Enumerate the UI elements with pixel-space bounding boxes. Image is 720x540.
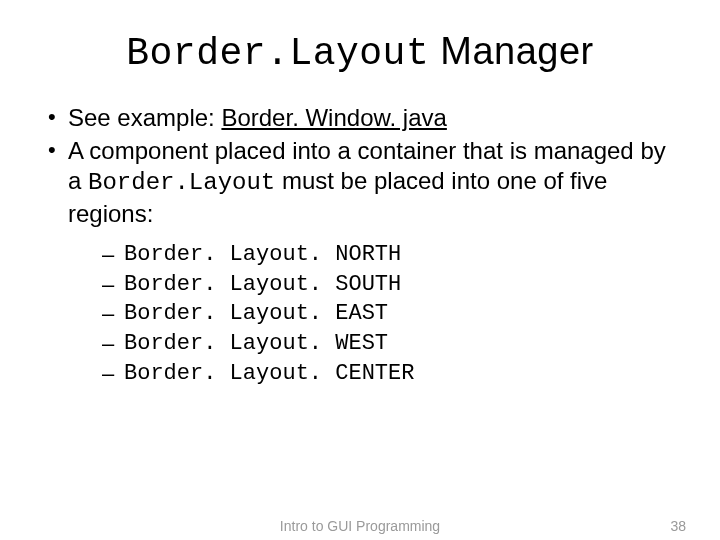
page-number: 38 — [670, 518, 686, 534]
region-list: Border. Layout. NORTH Border. Layout. SO… — [68, 240, 682, 388]
region-item: Border. Layout. EAST — [102, 299, 682, 329]
bullet-1-prefix: See example: — [68, 104, 221, 131]
slide: Border.Layout Manager See example: Borde… — [0, 0, 720, 540]
region-item: Border. Layout. NORTH — [102, 240, 682, 270]
title-rest: Manager — [429, 30, 594, 72]
region-item: Border. Layout. CENTER — [102, 359, 682, 389]
example-link[interactable]: Border. Window. java — [221, 104, 446, 131]
bullet-1: See example: Border. Window. java — [46, 103, 682, 134]
bullet-2: A component placed into a container that… — [46, 136, 682, 389]
footer-center: Intro to GUI Programming — [280, 518, 440, 534]
bullet-2-code: Border.Layout — [88, 169, 275, 196]
region-item: Border. Layout. WEST — [102, 329, 682, 359]
bullet-list: See example: Border. Window. java A comp… — [38, 103, 682, 388]
region-item: Border. Layout. SOUTH — [102, 270, 682, 300]
slide-title: Border.Layout Manager — [38, 30, 682, 75]
title-code: Border.Layout — [126, 32, 429, 75]
